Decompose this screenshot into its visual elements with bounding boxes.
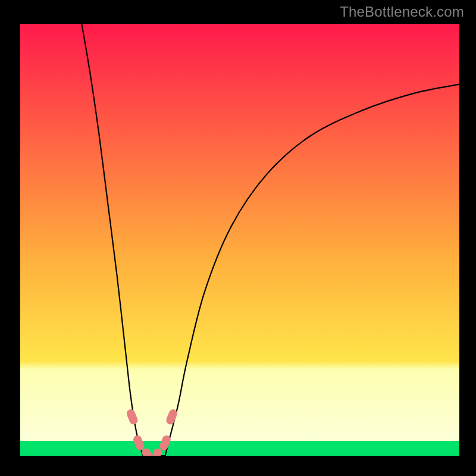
gradient-bg — [20, 24, 459, 456]
plot-area — [20, 24, 459, 456]
watermark-text: TheBottleneck.com — [340, 4, 464, 20]
chart-svg — [20, 24, 459, 456]
chart-frame: TheBottleneck.com — [0, 0, 476, 476]
